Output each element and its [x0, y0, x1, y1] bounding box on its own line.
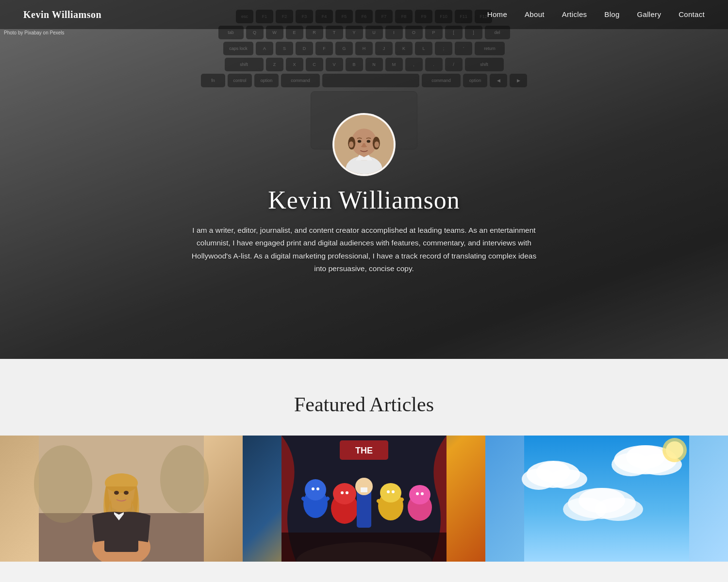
nav-item-home[interactable]: Home — [487, 10, 507, 19]
nav-item-articles[interactable]: Articles — [562, 10, 587, 19]
svg-point-41 — [387, 490, 390, 493]
nav-link-about[interactable]: About — [525, 10, 545, 18]
featured-section: Featured Articles — [0, 359, 728, 562]
photo-credit: Photo by Pixabay on Pexels — [4, 30, 65, 35]
svg-point-58 — [626, 445, 665, 469]
nav-item-gallery[interactable]: Gallery — [637, 10, 662, 19]
svg-point-8 — [358, 140, 362, 143]
svg-point-54 — [536, 461, 570, 483]
svg-point-42 — [392, 490, 395, 493]
articles-grid: THE — [0, 436, 728, 562]
svg-point-7 — [375, 141, 379, 147]
article-1-svg — [0, 436, 243, 562]
nav-brand[interactable]: Kevin Williamson — [23, 9, 101, 20]
article-2-svg: THE — [243, 436, 485, 562]
nav-link-articles[interactable]: Articles — [562, 10, 587, 18]
svg-point-62 — [579, 488, 625, 513]
svg-point-64 — [666, 441, 683, 459]
article-image-1 — [0, 436, 243, 562]
svg-point-20 — [114, 491, 119, 495]
svg-point-6 — [349, 141, 353, 147]
svg-point-39 — [416, 492, 419, 495]
svg-point-13 — [34, 445, 92, 523]
avatar-image — [334, 115, 394, 174]
svg-point-9 — [367, 140, 371, 143]
nav-link-contact[interactable]: Contact — [678, 10, 705, 18]
main-nav: Kevin Williamson Home About Articles Blo… — [0, 0, 728, 29]
avatar — [332, 113, 396, 176]
svg-point-29 — [355, 478, 373, 495]
svg-point-34 — [409, 485, 430, 504]
hero-section: esc F1 F2 F3 F4 F5 F6 F7 F8 F9 F10 F11 F… — [0, 0, 728, 359]
svg-point-35 — [312, 487, 314, 490]
nav-item-contact[interactable]: Contact — [678, 10, 705, 19]
article-card-3[interactable] — [485, 436, 728, 562]
nav-links: Home About Articles Blog Gallery Contact — [487, 10, 705, 19]
svg-point-40 — [421, 492, 424, 495]
nav-link-gallery[interactable]: Gallery — [637, 10, 662, 18]
article-image-3 — [485, 436, 728, 562]
svg-point-32 — [380, 483, 401, 502]
nav-link-blog[interactable]: Blog — [604, 10, 619, 18]
svg-rect-30 — [361, 487, 367, 492]
nav-item-about[interactable]: About — [525, 10, 545, 19]
hero-name: Kevin Williamson — [268, 186, 460, 214]
article-image-2: THE — [243, 436, 485, 562]
nav-item-blog[interactable]: Blog — [604, 10, 619, 19]
svg-point-14 — [160, 445, 209, 513]
svg-point-37 — [341, 491, 344, 494]
article-3-svg — [485, 436, 728, 562]
svg-point-25 — [305, 479, 326, 501]
svg-point-38 — [346, 491, 348, 494]
article-card-1[interactable] — [0, 436, 243, 562]
svg-point-36 — [316, 487, 319, 490]
featured-articles-title: Featured Articles — [0, 393, 728, 416]
hero-content: Kevin Williamson I am a writer, editor, … — [189, 113, 539, 275]
article-card-2[interactable]: THE — [243, 436, 485, 562]
nav-link-home[interactable]: Home — [487, 10, 507, 18]
svg-point-21 — [124, 491, 129, 495]
svg-point-27 — [333, 483, 356, 504]
svg-rect-47 — [281, 533, 447, 562]
svg-text:THE: THE — [355, 446, 373, 455]
hero-bio: I am a writer, editor, journalist, and c… — [189, 224, 539, 275]
